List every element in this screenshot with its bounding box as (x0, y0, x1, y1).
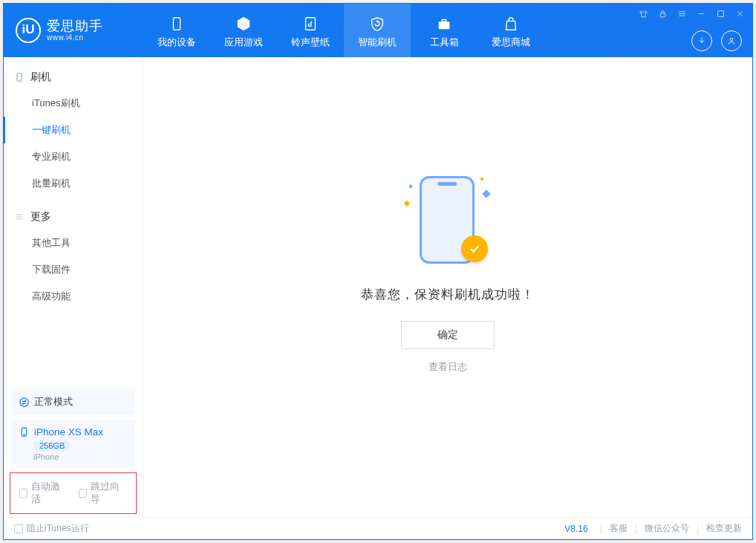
minimize-icon[interactable] (696, 8, 706, 19)
success-message: 恭喜您，保资料刷机成功啦！ (361, 286, 535, 303)
version-label: V8.16 (564, 524, 587, 534)
checkbox-icon (14, 524, 23, 533)
svg-point-8 (20, 397, 28, 406)
bag-icon (502, 15, 520, 33)
music-file-icon (302, 15, 319, 33)
nav-label: 应用游戏 (224, 36, 263, 49)
sidebar-item-itunes-flash[interactable]: iTunes刷机 (4, 90, 143, 117)
sidebar-item-pro-flash[interactable]: 专业刷机 (4, 143, 143, 170)
download-button[interactable] (691, 30, 712, 51)
block-itunes-checkbox[interactable]: 阻止iTunes运行 (14, 522, 89, 535)
main-content: 恭喜您，保资料刷机成功啦！ 确定 查看日志 (143, 57, 752, 517)
nav-store[interactable]: 爱思商城 (478, 4, 544, 57)
nav-apps-games[interactable]: 应用游戏 (210, 4, 277, 57)
sidebar-item-download-firmware[interactable]: 下载固件 (4, 256, 143, 283)
sidebar-group-more[interactable]: 更多 (4, 204, 143, 230)
sidebar-group-label: 更多 (30, 210, 51, 224)
swap-icon (19, 397, 30, 408)
logo-icon: iU (16, 18, 41, 43)
sidebar-group-label: 刷机 (30, 71, 51, 84)
checkbox-icon (19, 489, 27, 498)
svg-rect-7 (17, 74, 22, 82)
device-type: iPhone (33, 452, 128, 461)
svg-point-6 (730, 38, 733, 41)
toolbox-icon (435, 15, 453, 33)
mode-label: 正常模式 (34, 395, 73, 409)
header-actions (691, 30, 742, 51)
device-capacity: 256GB (33, 440, 71, 451)
svg-rect-5 (717, 10, 723, 16)
device-icon (168, 15, 186, 33)
support-link[interactable]: 客服 (610, 522, 628, 535)
mode-card[interactable]: 正常模式 (11, 388, 135, 415)
svg-rect-0 (173, 18, 180, 30)
checkbox-label: 自动激活 (31, 481, 68, 506)
close-icon[interactable] (734, 8, 745, 19)
app-window: iU 爱思助手 www.i4.cn 我的设备 应用游戏 铃声壁纸 智能刷机 (3, 3, 753, 540)
footer: 阻止iTunes运行 V8.16 | 客服 | 微信公众号 | 检查更新 (4, 517, 752, 539)
tshirt-icon[interactable] (638, 8, 648, 19)
checkbox-label: 阻止iTunes运行 (27, 522, 89, 535)
lock-icon[interactable] (657, 8, 668, 19)
skip-guide-checkbox[interactable]: 跳过向导 (79, 481, 128, 506)
nav-label: 我的设备 (157, 36, 196, 49)
sidebar-item-batch-flash[interactable]: 批量刷机 (4, 170, 143, 197)
device-card[interactable]: iPhone XS Max 256GB iPhone (11, 420, 135, 468)
nav-label: 智能刷机 (358, 36, 397, 49)
sidebar-item-oneclick-flash[interactable]: 一键刷机 (4, 117, 143, 143)
user-button[interactable] (721, 30, 742, 51)
body: 刷机 iTunes刷机 一键刷机 专业刷机 批量刷机 更多 其他工具 下载固件 … (4, 57, 752, 517)
nav-label: 爱思商城 (492, 36, 530, 49)
device-name: iPhone XS Max (34, 426, 103, 438)
sidebar-item-other-tools[interactable]: 其他工具 (4, 230, 143, 256)
nav-label: 铃声壁纸 (291, 36, 330, 49)
menu-icon[interactable] (677, 8, 687, 19)
svg-point-10 (24, 435, 25, 435)
wechat-link[interactable]: 微信公众号 (645, 522, 689, 535)
header: iU 爱思助手 www.i4.cn 我的设备 应用游戏 铃声壁纸 智能刷机 (4, 4, 752, 57)
checkbox-label: 跳过向导 (91, 481, 127, 506)
logo[interactable]: iU 爱思助手 www.i4.cn (4, 18, 143, 43)
checkbox-icon (79, 489, 87, 498)
titlebar-controls (635, 7, 748, 20)
flash-options-highlight: 自动激活 跳过向导 (10, 472, 137, 514)
sidebar-item-advanced[interactable]: 高级功能 (4, 283, 143, 310)
view-log-link[interactable]: 查看日志 (428, 361, 467, 374)
confirm-button[interactable]: 确定 (401, 321, 495, 349)
list-icon (14, 212, 25, 222)
check-update-link[interactable]: 检查更新 (706, 522, 742, 535)
success-illustration (403, 172, 492, 268)
svg-rect-1 (306, 18, 316, 30)
svg-rect-4 (660, 13, 665, 16)
shield-refresh-icon (368, 15, 386, 33)
check-badge-icon (461, 235, 488, 262)
cube-icon (235, 15, 252, 33)
sidebar: 刷机 iTunes刷机 一键刷机 专业刷机 批量刷机 更多 其他工具 下载固件 … (4, 57, 143, 517)
phone-icon (19, 426, 30, 438)
svg-rect-2 (439, 22, 450, 29)
maximize-icon[interactable] (715, 8, 726, 19)
nav-label: 工具箱 (430, 36, 459, 49)
phone-icon (14, 72, 25, 82)
nav-my-device[interactable]: 我的设备 (143, 4, 210, 57)
nav-ringtones[interactable]: 铃声壁纸 (277, 4, 344, 57)
auto-activate-checkbox[interactable]: 自动激活 (19, 481, 68, 506)
app-name: 爱思助手 (47, 19, 103, 33)
sidebar-group-flash[interactable]: 刷机 (4, 65, 143, 90)
nav-toolbox[interactable]: 工具箱 (411, 4, 478, 57)
nav: 我的设备 应用游戏 铃声壁纸 智能刷机 工具箱 爱思商城 (143, 4, 544, 57)
nav-smart-flash[interactable]: 智能刷机 (344, 4, 411, 57)
svg-rect-3 (442, 20, 446, 22)
app-url: www.i4.cn (47, 34, 103, 42)
